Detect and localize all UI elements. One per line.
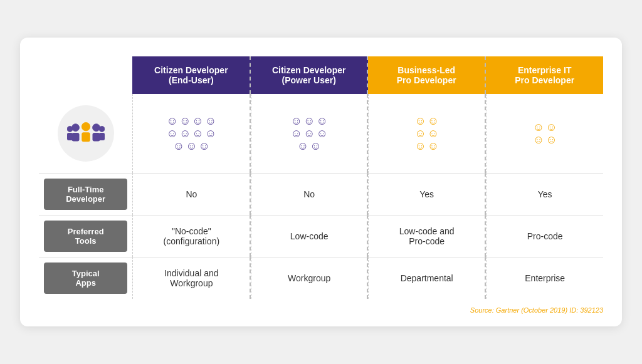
person-icon: ☺ (533, 122, 544, 133)
preferred-tools-label: PreferredTools (44, 221, 127, 252)
full-time-label: Full-Time Developer (44, 179, 127, 210)
people-grid-power-user: ☺ ☺ ☺ ☺ ☺ ☺ ☺ ☺ (258, 115, 360, 152)
main-card: Citizen Developer(End-User) Citizen Deve… (20, 38, 622, 326)
typical-apps-business-led: Departmental (368, 257, 486, 299)
col-header-business-led: Business-LedPro Developer (368, 56, 486, 94)
preferred-tools-end-user: "No-code"(configuration) (132, 215, 251, 257)
person-icon: ☺ (414, 140, 426, 152)
person-icon: ☺ (186, 140, 197, 152)
preferred-tools-label-cell: PreferredTools (39, 215, 132, 257)
comparison-table: Citizen Developer(End-User) Citizen Deve… (39, 56, 603, 299)
person-icon: ☺ (167, 128, 178, 139)
person-icon: ☺ (414, 115, 426, 127)
person-icon: ☺ (199, 140, 210, 152)
svg-point-0 (82, 122, 90, 131)
person-icon: ☺ (303, 128, 315, 139)
person-icon: ☺ (414, 128, 426, 139)
typical-apps-label: TypicalApps (44, 263, 127, 294)
people-end-user: ☺ ☺ ☺ ☺ ☺ ☺ ☺ ☺ (132, 94, 251, 173)
people-business-led: ☺ ☺ ☺ ☺ ☺ ☺ (368, 94, 486, 173)
person-icon: ☺ (545, 134, 557, 145)
col-header-power-user: Citizen Developer(Power User) (251, 56, 368, 94)
svg-rect-5 (92, 133, 100, 142)
full-time-label-cell: Full-Time Developer (39, 173, 132, 215)
comparison-table-wrapper: Citizen Developer(End-User) Citizen Deve… (39, 56, 603, 299)
person-icon: ☺ (428, 140, 439, 152)
person-icon: ☺ (192, 115, 203, 127)
person-icon: ☺ (179, 128, 191, 139)
svg-point-2 (71, 124, 79, 132)
svg-rect-7 (67, 133, 73, 140)
typical-apps-power-user: Workgroup (251, 257, 368, 299)
full-time-enterprise-it: Yes (486, 173, 603, 215)
person-icon: ☺ (310, 140, 321, 152)
full-time-developer-row: Full-Time Developer No No Yes Yes (39, 173, 603, 215)
person-icon: ☺ (179, 115, 191, 127)
col-header-end-user: Citizen Developer(End-User) (132, 56, 251, 94)
person-icon: ☺ (173, 140, 184, 152)
full-time-end-user: No (132, 173, 251, 215)
typical-apps-enterprise-it: Enterprise (486, 257, 603, 299)
typical-apps-row: TypicalApps Individual andWorkgroup Work… (39, 257, 603, 299)
people-grid-business-led: ☺ ☺ ☺ ☺ ☺ ☺ (375, 115, 478, 152)
full-time-business-led: Yes (368, 173, 486, 215)
typical-apps-label-cell: TypicalApps (39, 257, 132, 299)
full-time-power-user: No (251, 173, 368, 215)
svg-point-8 (99, 126, 105, 132)
people-grid-enterprise-it: ☺ ☺ ☺ ☺ (493, 122, 597, 145)
person-icon: ☺ (167, 115, 178, 127)
svg-point-4 (92, 124, 100, 132)
col-header-enterprise-it: Enterprise ITPro Developer (486, 56, 603, 94)
person-icon: ☺ (303, 115, 315, 127)
person-icon: ☺ (316, 128, 327, 139)
person-icon: ☺ (291, 128, 302, 139)
person-icon: ☺ (291, 115, 302, 127)
group-icon (67, 118, 105, 149)
preferred-tools-business-led: Low-code andPro-code (368, 215, 486, 257)
people-enterprise-it: ☺ ☺ ☺ ☺ (486, 94, 603, 173)
person-icon: ☺ (533, 134, 544, 145)
person-icon: ☺ (316, 115, 327, 127)
person-icon: ☺ (428, 115, 439, 127)
person-icon: ☺ (192, 128, 203, 139)
person-icon: ☺ (545, 122, 557, 133)
person-icon: ☺ (297, 140, 308, 152)
header-empty-cell (39, 56, 132, 94)
person-icon: ☺ (205, 115, 216, 127)
preferred-tools-power-user: Low-code (251, 215, 368, 257)
people-grid-end-user: ☺ ☺ ☺ ☺ ☺ ☺ ☺ ☺ (139, 115, 243, 152)
avatar-cell (39, 94, 132, 173)
people-row: ☺ ☺ ☺ ☺ ☺ ☺ ☺ ☺ (39, 94, 603, 173)
typical-apps-end-user: Individual andWorkgroup (132, 257, 251, 299)
svg-rect-9 (99, 133, 105, 140)
preferred-tools-row: PreferredTools "No-code"(configuration) … (39, 215, 603, 257)
people-power-user: ☺ ☺ ☺ ☺ ☺ ☺ ☺ ☺ (251, 94, 368, 173)
preferred-tools-enterprise-it: Pro-code (486, 215, 603, 257)
person-icon: ☺ (205, 128, 216, 139)
svg-point-6 (67, 126, 73, 132)
source-note: Source: Gartner (October 2019) ID: 39212… (39, 306, 603, 314)
svg-rect-3 (71, 133, 79, 142)
svg-rect-1 (82, 132, 90, 142)
person-icon: ☺ (428, 128, 439, 139)
avatar-circle (58, 105, 114, 162)
